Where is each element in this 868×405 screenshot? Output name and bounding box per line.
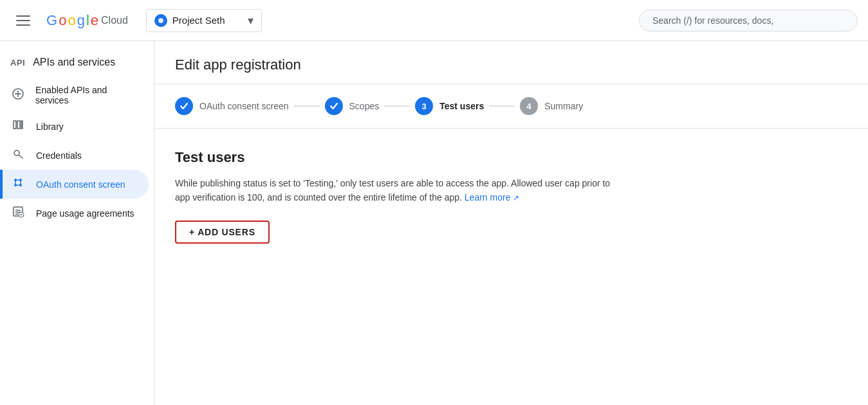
add-users-button[interactable]: + ADD USERS — [175, 221, 270, 244]
step-2-circle — [325, 97, 343, 115]
stepper: OAuth consent screen Scopes 3 Test users… — [154, 84, 868, 129]
learn-more-link[interactable]: Learn more ↗ — [465, 192, 519, 203]
svg-rect-6 — [17, 121, 20, 129]
description-text: While publishing status is set to 'Testi… — [175, 178, 610, 203]
sidebar-item-enabled-apis[interactable]: Enabled APIs and services — [0, 78, 149, 112]
google-logo: Google Cloud — [46, 12, 128, 29]
step-connector-1 — [294, 105, 320, 107]
main-content: Edit app registration OAuth consent scre… — [154, 41, 868, 405]
page-title: Edit app registration — [175, 57, 847, 73]
top-nav: Google Cloud Project Seth ▾ Search (/) f… — [0, 0, 868, 41]
svg-point-11 — [19, 179, 22, 181]
step-scopes: Scopes — [325, 97, 380, 115]
credentials-icon — [10, 147, 26, 163]
learn-more-text: Learn more — [465, 192, 511, 203]
library-icon — [10, 118, 26, 134]
main-layout: API APIs and services Enabled APIs and s… — [0, 41, 868, 405]
sidebar-item-label-library: Library — [36, 122, 64, 132]
svg-rect-7 — [21, 121, 23, 129]
sidebar-item-library[interactable]: Library — [0, 112, 149, 141]
svg-rect-5 — [14, 121, 16, 129]
search-placeholder: Search (/) for resources, docs, — [652, 15, 773, 26]
external-link-icon: ↗ — [513, 194, 519, 203]
svg-point-8 — [14, 150, 19, 156]
svg-point-1 — [160, 19, 162, 22]
sidebar-item-label-credentials: Credentials — [36, 150, 82, 161]
sidebar-header: API APIs and services — [0, 51, 154, 78]
project-selector[interactable]: Project Seth ▾ — [146, 9, 262, 32]
section-description: While publishing status is set to 'Testi… — [175, 176, 613, 205]
sidebar-item-label-page-usage: Page usage agreements — [36, 208, 134, 219]
step-connector-2 — [384, 105, 410, 107]
svg-point-13 — [19, 184, 22, 186]
content-body: Test users While publishing status is se… — [154, 129, 868, 264]
api-badge: API — [10, 58, 25, 68]
step-summary: 4 Summary — [520, 97, 583, 115]
sidebar-title: APIs and services — [33, 57, 115, 68]
step-1-label: OAuth consent screen — [199, 101, 289, 111]
sidebar: API APIs and services Enabled APIs and s… — [0, 41, 154, 405]
step-2-label: Scopes — [349, 101, 380, 111]
svg-point-10 — [14, 179, 17, 181]
project-name: Project Seth — [172, 15, 243, 26]
step-1-circle — [175, 97, 193, 115]
add-users-label: + ADD USERS — [189, 227, 255, 237]
step-3-label: Test users — [439, 101, 484, 111]
content-header: Edit app registration — [154, 41, 868, 84]
active-indicator — [0, 170, 3, 199]
step-3-circle: 3 — [415, 97, 433, 115]
step-4-circle: 4 — [520, 97, 538, 115]
enabled-apis-icon — [10, 87, 25, 104]
sidebar-item-credentials[interactable]: Credentials — [0, 141, 149, 170]
step-connector-3 — [489, 105, 515, 107]
svg-line-9 — [19, 156, 23, 159]
oauth-icon — [10, 176, 26, 192]
step-test-users: 3 Test users — [415, 97, 484, 115]
page-usage-icon — [10, 205, 26, 221]
project-icon — [154, 14, 167, 27]
sidebar-item-page-usage[interactable]: Page usage agreements — [0, 199, 149, 228]
chevron-down-icon: ▾ — [248, 14, 254, 28]
sidebar-item-label-oauth-consent: OAuth consent screen — [36, 179, 125, 190]
section-title: Test users — [175, 149, 847, 166]
search-bar[interactable]: Search (/) for resources, docs, — [639, 10, 858, 32]
step-4-label: Summary — [544, 101, 583, 111]
sidebar-item-label-enabled-apis: Enabled APIs and services — [35, 85, 138, 105]
hamburger-menu[interactable] — [10, 8, 36, 33]
step-oauth-consent: OAuth consent screen — [175, 97, 289, 115]
sidebar-item-oauth-consent[interactable]: OAuth consent screen — [0, 170, 149, 199]
svg-point-12 — [14, 184, 17, 186]
